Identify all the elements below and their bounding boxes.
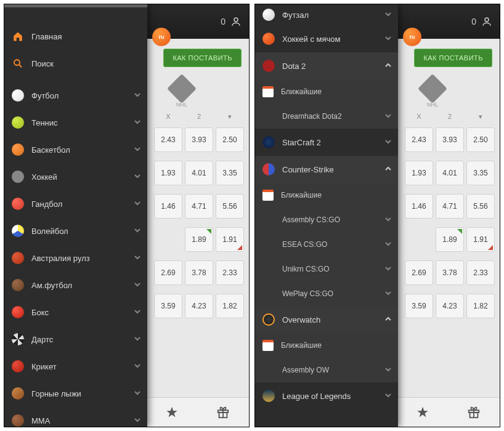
sidebar-sub-dreamhack[interactable]: Dreamhack Dota2	[255, 104, 398, 129]
calendar-icon	[262, 190, 274, 201]
sidebar-sub-assembly-ow[interactable]: Assembly OW	[255, 358, 398, 382]
gift-icon[interactable]	[467, 406, 481, 419]
sidebar-item-handball[interactable]: Гандбол	[4, 190, 147, 217]
odds-cell[interactable]: 1.46	[154, 194, 182, 219]
sidebar-item-hockey[interactable]: Хоккей	[4, 163, 147, 190]
odds-cell[interactable]: 5.56	[466, 194, 495, 219]
drag-handle[interactable]	[4, 4, 147, 7]
odds-cell[interactable]: 1.93	[405, 161, 433, 185]
sidebar-sub-esea-csgo[interactable]: ESEA CS:GO	[255, 232, 398, 257]
league-badge[interactable]: NHL	[422, 78, 443, 108]
sidebar-item-counterstrike[interactable]: Counter-Strike	[255, 156, 398, 183]
sidebar-item-overwatch[interactable]: Overwatch	[255, 306, 398, 333]
sidebar-item-football[interactable]: Футбол	[4, 82, 147, 109]
odds-cell[interactable]: 1.82	[466, 294, 495, 318]
sidebar-item-futsal[interactable]: Футзал	[255, 4, 398, 25]
sidebar-item-label: Крикет	[31, 362, 57, 371]
sidebar-sub-upcoming[interactable]: Ближайшие	[255, 183, 398, 207]
user-icon[interactable]	[481, 16, 492, 27]
sidebar-sub-upcoming[interactable]: Ближайшие	[255, 333, 398, 358]
sidebar-item-basketball[interactable]: Баскетбол	[4, 136, 147, 163]
how-to-bet-button[interactable]: КАК ПОСТАВИТЬ	[163, 49, 242, 67]
sidebar-item-label: Ам.футбол	[31, 281, 72, 290]
star-icon[interactable]	[416, 406, 429, 419]
odds-cell[interactable]: 4.23	[185, 294, 213, 318]
odds-cell[interactable]: 1.89	[185, 227, 213, 252]
sidebar-item-amfootball[interactable]: Ам.футбол	[4, 272, 147, 299]
odds-row: 2.43 3.93 2.50	[154, 127, 244, 152]
odds-cell[interactable]: 2.43	[405, 127, 433, 152]
sidebar-sports: Главная Поиск Футбол Теннис Баскетбол Хо…	[4, 4, 147, 427]
sidebar-sub-weplay-csgo[interactable]: WePlay CS:GO	[255, 281, 398, 306]
odds-cell[interactable]: 2.50	[216, 127, 244, 152]
sidebar-item-boxing[interactable]: Бокс	[4, 299, 147, 326]
sidebar-sub-assembly-csgo[interactable]: Assembly CS:GO	[255, 207, 398, 232]
mma-icon	[12, 414, 24, 427]
odds-cell[interactable]: 4.71	[436, 194, 464, 219]
odds-cell[interactable]: 2.33	[216, 260, 244, 285]
odds-cell[interactable]: 4.71	[185, 194, 213, 219]
odds-cell[interactable]: 3.78	[185, 260, 213, 285]
star-icon[interactable]	[165, 406, 179, 419]
odds-cell[interactable]: 1.91	[466, 227, 495, 252]
sidebar-item-cricket[interactable]: Крикет	[4, 353, 147, 380]
sidebar-item-volleyball[interactable]: Волейбол	[4, 217, 147, 244]
odds-cell[interactable]: 1.89	[436, 227, 464, 252]
odds-row: 1.89 1.91	[154, 227, 244, 252]
odds-cell[interactable]: 2.69	[154, 260, 182, 285]
odds-cell[interactable]: 1.93	[154, 161, 182, 185]
sidebar-item-home[interactable]: Главная	[4, 23, 147, 50]
sidebar-item-label: Австралия рулз	[31, 254, 90, 263]
odds-cell[interactable]: 1.91	[216, 227, 244, 252]
odds-cell[interactable]: 1.82	[216, 294, 244, 318]
sidebar-item-label: Dota 2	[282, 62, 306, 71]
sidebar-sub-upcoming[interactable]: Ближайшие	[255, 79, 398, 104]
odds-cell[interactable]: 3.78	[436, 260, 464, 285]
sidebar-item-label: Assembly CS:GO	[282, 216, 340, 224]
user-icon[interactable]	[230, 16, 242, 27]
sidebar-item-darts[interactable]: Дартс	[4, 326, 147, 353]
odds-cell[interactable]: 1.46	[405, 194, 433, 219]
odds-grid: 2.43 3.93 2.50 1.93 4.01 3.35 1.46 4.71 …	[154, 127, 244, 318]
svg-point-4	[485, 18, 489, 22]
chevron-down-icon	[384, 240, 392, 249]
chevron-down-icon	[134, 118, 141, 127]
sidebar-item-aussierules[interactable]: Австралия рулз	[4, 244, 147, 272]
odds-cell[interactable]: 3.59	[405, 294, 433, 318]
sidebar-item-search[interactable]: Поиск	[4, 50, 147, 77]
odds-cell[interactable]: 2.50	[466, 127, 495, 152]
odds-cell[interactable]: 5.56	[216, 194, 244, 219]
odds-cell[interactable]: 3.93	[185, 127, 213, 152]
chevron-up-icon	[384, 62, 392, 71]
league-badge[interactable]: NHL	[171, 78, 192, 108]
sidebar-item-label: Unikrn CS:GO	[282, 265, 330, 273]
aussierules-icon	[12, 252, 24, 264]
odds-cell[interactable]: 3.35	[216, 161, 244, 185]
sidebar-item-starcraft2[interactable]: StarCraft 2	[255, 129, 398, 156]
screen-right: 0 ru КАК ПОСТАВИТЬ NHL 1X2▾ 2.433.932.50…	[254, 4, 500, 427]
odds-cell[interactable]: 2.33	[466, 260, 495, 285]
odds-cell[interactable]: 3.35	[466, 161, 495, 185]
odds-cell[interactable]: 3.93	[436, 127, 464, 152]
odds-cell[interactable]: 4.23	[436, 294, 464, 318]
hockey-icon	[9, 168, 26, 185]
sidebar-item-label: Теннис	[31, 118, 58, 127]
odds-cell[interactable]: 4.01	[185, 161, 213, 185]
calendar-icon	[262, 86, 274, 97]
odds-cell[interactable]: 2.43	[154, 127, 182, 152]
how-to-bet-button[interactable]: КАК ПОСТАВИТЬ	[414, 49, 492, 67]
sidebar-item-tennis[interactable]: Теннис	[4, 109, 147, 136]
sidebar-item-bandy[interactable]: Хоккей с мячом	[255, 25, 398, 52]
sidebar-item-dota2[interactable]: Dota 2	[255, 52, 398, 79]
sidebar-item-lol[interactable]: League of Legends	[255, 382, 398, 409]
gift-icon[interactable]	[216, 406, 230, 419]
home-icon	[12, 30, 24, 42]
odds-cell[interactable]: 2.69	[405, 260, 433, 285]
sidebar-item-mma[interactable]: MMA	[4, 407, 147, 427]
sidebar-item-label: Ближайшие	[281, 87, 322, 96]
svg-point-3	[14, 60, 20, 65]
odds-cell[interactable]: 4.01	[436, 161, 464, 185]
odds-cell[interactable]: 3.59	[154, 294, 182, 318]
sidebar-sub-unikrn-csgo[interactable]: Unikrn CS:GO	[255, 257, 398, 281]
sidebar-item-ski[interactable]: Горные лыжи	[4, 380, 147, 407]
